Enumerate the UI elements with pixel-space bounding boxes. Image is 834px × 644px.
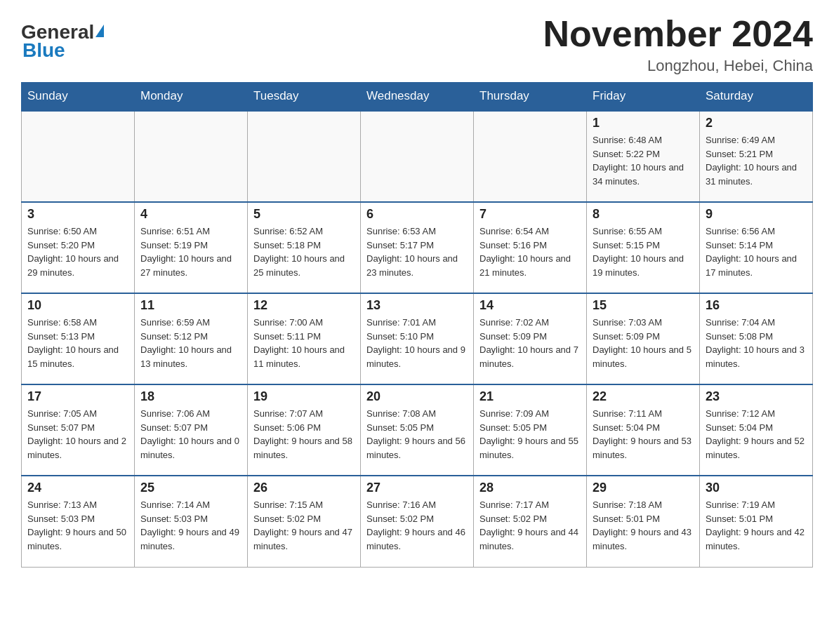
calendar-week-row: 17Sunrise: 7:05 AMSunset: 5:07 PMDayligh… [22,384,813,476]
calendar-cell: 17Sunrise: 7:05 AMSunset: 5:07 PMDayligh… [22,384,135,476]
logo: General Blue [21,21,104,62]
weekday-header: Wednesday [361,82,474,111]
calendar-cell [22,111,135,202]
day-number: 20 [366,389,468,404]
calendar-cell: 23Sunrise: 7:12 AMSunset: 5:04 PMDayligh… [700,384,813,476]
calendar-week-row: 1Sunrise: 6:48 AMSunset: 5:22 PMDaylight… [22,111,813,202]
day-info: Sunrise: 6:51 AMSunset: 5:19 PMDaylight:… [140,224,241,279]
day-info: Sunrise: 7:04 AMSunset: 5:08 PMDaylight:… [706,316,807,370]
day-info: Sunrise: 7:15 AMSunset: 5:02 PMDaylight:… [253,498,355,553]
calendar-cell: 20Sunrise: 7:08 AMSunset: 5:05 PMDayligh… [361,384,474,476]
calendar-cell: 7Sunrise: 6:54 AMSunset: 5:16 PMDaylight… [474,202,587,293]
title-section: November 2024 Longzhou, Hebei, China [543,14,813,75]
day-info: Sunrise: 7:14 AMSunset: 5:03 PMDaylight:… [140,498,241,553]
calendar-cell: 1Sunrise: 6:48 AMSunset: 5:22 PMDaylight… [587,111,700,202]
calendar-cell: 11Sunrise: 6:59 AMSunset: 5:12 PMDayligh… [135,293,248,384]
calendar-cell: 5Sunrise: 6:52 AMSunset: 5:18 PMDaylight… [248,202,361,293]
calendar-cell: 25Sunrise: 7:14 AMSunset: 5:03 PMDayligh… [135,476,248,567]
day-number: 23 [706,389,807,404]
logo-triangle-icon [95,25,104,37]
calendar-cell: 6Sunrise: 6:53 AMSunset: 5:17 PMDaylight… [361,202,474,293]
calendar-cell: 15Sunrise: 7:03 AMSunset: 5:09 PMDayligh… [587,293,700,384]
day-number: 12 [253,298,355,313]
day-info: Sunrise: 6:55 AMSunset: 5:15 PMDaylight:… [593,224,694,279]
day-number: 22 [593,389,694,404]
day-number: 29 [593,481,694,495]
calendar-cell: 3Sunrise: 6:50 AMSunset: 5:20 PMDaylight… [22,202,135,293]
day-info: Sunrise: 7:17 AMSunset: 5:02 PMDaylight:… [479,498,581,553]
day-info: Sunrise: 7:00 AMSunset: 5:11 PMDaylight:… [253,316,355,370]
day-info: Sunrise: 7:09 AMSunset: 5:05 PMDaylight:… [479,407,581,462]
day-number: 17 [27,389,128,404]
weekday-header: Thursday [474,82,587,111]
day-info: Sunrise: 7:01 AMSunset: 5:10 PMDaylight:… [366,316,468,370]
day-info: Sunrise: 7:19 AMSunset: 5:01 PMDaylight:… [706,498,807,553]
day-number: 1 [593,116,694,130]
day-number: 13 [366,298,468,313]
day-number: 27 [366,481,468,495]
calendar-cell: 28Sunrise: 7:17 AMSunset: 5:02 PMDayligh… [474,476,587,567]
calendar-cell [135,111,248,202]
location-text: Longzhou, Hebei, China [543,57,813,75]
day-info: Sunrise: 7:18 AMSunset: 5:01 PMDaylight:… [593,498,694,553]
calendar-cell [474,111,587,202]
calendar-cell: 4Sunrise: 6:51 AMSunset: 5:19 PMDaylight… [135,202,248,293]
day-info: Sunrise: 7:05 AMSunset: 5:07 PMDaylight:… [27,407,128,462]
calendar-cell: 24Sunrise: 7:13 AMSunset: 5:03 PMDayligh… [22,476,135,567]
day-number: 5 [253,207,355,222]
calendar-cell: 29Sunrise: 7:18 AMSunset: 5:01 PMDayligh… [587,476,700,567]
day-number: 18 [140,389,241,404]
day-info: Sunrise: 6:59 AMSunset: 5:12 PMDaylight:… [140,316,241,370]
day-info: Sunrise: 7:08 AMSunset: 5:05 PMDaylight:… [366,407,468,462]
day-info: Sunrise: 6:54 AMSunset: 5:16 PMDaylight:… [479,224,581,279]
weekday-header: Friday [587,82,700,111]
day-info: Sunrise: 6:52 AMSunset: 5:18 PMDaylight:… [253,224,355,279]
day-number: 21 [479,389,581,404]
calendar-cell: 12Sunrise: 7:00 AMSunset: 5:11 PMDayligh… [248,293,361,384]
day-number: 10 [27,298,128,313]
calendar-cell: 8Sunrise: 6:55 AMSunset: 5:15 PMDaylight… [587,202,700,293]
calendar-cell: 9Sunrise: 6:56 AMSunset: 5:14 PMDaylight… [700,202,813,293]
day-number: 3 [27,207,128,222]
day-number: 24 [27,481,128,495]
day-info: Sunrise: 6:50 AMSunset: 5:20 PMDaylight:… [27,224,128,279]
day-number: 14 [479,298,581,313]
calendar-cell: 26Sunrise: 7:15 AMSunset: 5:02 PMDayligh… [248,476,361,567]
page-header: General Blue November 2024 Longzhou, Heb… [21,14,813,75]
calendar-cell: 13Sunrise: 7:01 AMSunset: 5:10 PMDayligh… [361,293,474,384]
day-number: 7 [479,207,581,222]
calendar-cell: 22Sunrise: 7:11 AMSunset: 5:04 PMDayligh… [587,384,700,476]
day-info: Sunrise: 7:13 AMSunset: 5:03 PMDaylight:… [27,498,128,553]
calendar-cell: 18Sunrise: 7:06 AMSunset: 5:07 PMDayligh… [135,384,248,476]
day-number: 15 [593,298,694,313]
calendar-cell: 14Sunrise: 7:02 AMSunset: 5:09 PMDayligh… [474,293,587,384]
day-number: 30 [706,481,807,495]
day-info: Sunrise: 6:58 AMSunset: 5:13 PMDaylight:… [27,316,128,370]
calendar-week-row: 10Sunrise: 6:58 AMSunset: 5:13 PMDayligh… [22,293,813,384]
calendar-cell [361,111,474,202]
calendar-cell: 2Sunrise: 6:49 AMSunset: 5:21 PMDaylight… [700,111,813,202]
day-info: Sunrise: 7:07 AMSunset: 5:06 PMDaylight:… [253,407,355,462]
weekday-header: Tuesday [248,82,361,111]
calendar-cell: 21Sunrise: 7:09 AMSunset: 5:05 PMDayligh… [474,384,587,476]
day-number: 8 [593,207,694,222]
day-number: 19 [253,389,355,404]
day-info: Sunrise: 6:49 AMSunset: 5:21 PMDaylight:… [706,133,807,188]
day-number: 2 [706,116,807,130]
day-info: Sunrise: 7:02 AMSunset: 5:09 PMDaylight:… [479,316,581,370]
month-title: November 2024 [543,14,813,54]
day-info: Sunrise: 6:53 AMSunset: 5:17 PMDaylight:… [366,224,468,279]
day-info: Sunrise: 7:16 AMSunset: 5:02 PMDaylight:… [366,498,468,553]
day-info: Sunrise: 7:12 AMSunset: 5:04 PMDaylight:… [706,407,807,462]
day-number: 28 [479,481,581,495]
day-number: 4 [140,207,241,222]
day-info: Sunrise: 7:11 AMSunset: 5:04 PMDaylight:… [593,407,694,462]
calendar-cell: 10Sunrise: 6:58 AMSunset: 5:13 PMDayligh… [22,293,135,384]
calendar-cell: 27Sunrise: 7:16 AMSunset: 5:02 PMDayligh… [361,476,474,567]
day-number: 16 [706,298,807,313]
day-info: Sunrise: 7:06 AMSunset: 5:07 PMDaylight:… [140,407,241,462]
day-number: 11 [140,298,241,313]
calendar-cell: 16Sunrise: 7:04 AMSunset: 5:08 PMDayligh… [700,293,813,384]
day-info: Sunrise: 6:56 AMSunset: 5:14 PMDaylight:… [706,224,807,279]
logo-blue-text: Blue [22,39,65,62]
